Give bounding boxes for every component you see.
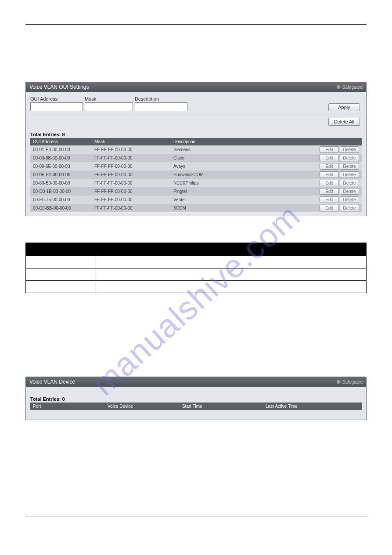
cell-oui-address: 00-60-B9-00-00-00 (30, 179, 92, 187)
delete-button[interactable]: Delete (340, 146, 359, 153)
safeguard-label: Safeguard (342, 380, 363, 385)
edit-button[interactable]: Edit (320, 188, 339, 195)
parameter-description-table (25, 243, 367, 293)
delete-button[interactable]: Delete (340, 188, 359, 195)
cell-mask: FF-FF-FF-00-00-00 (92, 170, 171, 179)
cell-description: Siemens (171, 145, 313, 154)
cell-actions: EditDelete (313, 179, 362, 187)
col-last-active-time: Last Active Time (263, 403, 362, 410)
cell-description: Cisco (171, 154, 313, 162)
cell-mask: FF-FF-FF-00-00-00 (92, 187, 171, 196)
cell-oui-address: 00-0F-E2-00-00-00 (30, 170, 92, 179)
col-start-time: Start Time (180, 403, 263, 410)
panel-title: Voice VLAN Device (29, 379, 75, 385)
cell-actions: EditDelete (313, 204, 362, 212)
table-row: 00-09-6E-00-00-00FF-FF-FF-00-00-00AvayaE… (30, 162, 362, 170)
oui-address-input[interactable] (30, 102, 83, 111)
cell-description: NEC&Philips (171, 179, 313, 187)
panel-title: Voice VLAN OUI Settings (29, 84, 89, 90)
delete-button[interactable]: Delete (340, 155, 359, 161)
total-entries-label: Total Entries: 8 (30, 132, 362, 137)
delete-button[interactable]: Delete (340, 196, 359, 203)
table-row (26, 268, 367, 281)
cell-oui-address: 00-09-6E-00-00-00 (30, 162, 92, 170)
edit-button[interactable]: Edit (320, 196, 339, 203)
cell-actions: EditDelete (313, 196, 362, 204)
cell-actions: EditDelete (313, 162, 362, 170)
table-row: 00-0F-E2-00-00-00FF-FF-FF-00-00-00Huawei… (30, 170, 362, 179)
cell-description: 3COM (171, 204, 313, 212)
cell-actions: EditDelete (313, 145, 362, 154)
delete-button[interactable]: Delete (340, 171, 359, 178)
delete-button[interactable]: Delete (340, 163, 359, 170)
cell-mask: FF-FF-FF-00-00-00 (92, 204, 171, 212)
divider (30, 115, 362, 115)
param-header (26, 243, 96, 256)
safeguard-icon (337, 380, 341, 384)
mask-label: Mask (85, 96, 133, 102)
col-mask: Mask (92, 138, 171, 145)
edit-button[interactable]: Edit (320, 146, 339, 153)
safeguard-badge: Safeguard (337, 85, 363, 90)
edit-button[interactable]: Edit (320, 155, 339, 161)
total-entries-label: Total Entries: 0 (30, 396, 362, 402)
edit-button[interactable]: Edit (320, 180, 339, 186)
cell-mask: FF-FF-FF-00-00-00 (92, 179, 171, 187)
oui-table: OUI Address Mask Description 00-01-E3-00… (30, 138, 362, 212)
col-voice-device: Voice Device (105, 403, 180, 410)
delete-button[interactable]: Delete (340, 205, 359, 211)
cell-mask: FF-FF-FF-00-00-00 (92, 162, 171, 170)
table-row: 00-E0-75-00-00-00FF-FF-FF-00-00-00Verite… (30, 196, 362, 204)
delete-button[interactable]: Delete (340, 180, 359, 186)
cell-description: Pingtel (171, 187, 313, 196)
cell-description: Huawei&3COM (171, 170, 313, 179)
edit-button[interactable]: Edit (320, 171, 339, 178)
mask-input[interactable] (85, 102, 133, 111)
cell-oui-address: 00-D0-1E-00-00-00 (30, 187, 92, 196)
cell-description: Veritel (171, 196, 313, 204)
table-row: 00-E0-BB-00-00-00FF-FF-FF-00-00-003COMEd… (30, 204, 362, 212)
table-row (26, 256, 367, 268)
description-label: Description (135, 96, 187, 102)
voice-vlan-oui-settings-panel: Voice VLAN OUI Settings Safeguard OUI Ad… (25, 82, 367, 216)
panel-titlebar: Voice VLAN OUI Settings Safeguard (26, 82, 366, 92)
cell-oui-address: 00-E0-BB-00-00-00 (30, 204, 92, 212)
table-row: 00-03-6B-00-00-00FF-FF-FF-00-00-00CiscoE… (30, 154, 362, 162)
cell-actions: EditDelete (313, 154, 362, 162)
cell-actions: EditDelete (313, 170, 362, 179)
safeguard-label: Safeguard (342, 85, 363, 90)
cell-oui-address: 00-03-6B-00-00-00 (30, 154, 92, 162)
desc-header (96, 243, 367, 256)
table-row: 00-D0-1E-00-00-00FF-FF-FF-00-00-00Pingte… (30, 187, 362, 196)
description-input[interactable] (135, 102, 187, 111)
col-port: Port (30, 403, 105, 410)
cell-mask: FF-FF-FF-00-00-00 (92, 196, 171, 204)
cell-oui-address: 00-E0-75-00-00-00 (30, 196, 92, 204)
safeguard-badge: Safeguard (337, 380, 363, 385)
table-row: 00-60-B9-00-00-00FF-FF-FF-00-00-00NEC&Ph… (30, 179, 362, 187)
voice-device-table: Port Voice Device Start Time Last Active… (30, 403, 362, 410)
apply-button[interactable]: Apply (328, 103, 360, 111)
col-description: Description (171, 138, 362, 145)
cell-mask: FF-FF-FF-00-00-00 (92, 154, 171, 162)
oui-address-label: OUI Address (30, 96, 83, 102)
edit-button[interactable]: Edit (320, 163, 339, 170)
cell-actions: EditDelete (313, 187, 362, 196)
safeguard-icon (337, 85, 341, 89)
delete-all-button[interactable]: Delete All (328, 118, 360, 126)
page-bottom-rule (25, 516, 367, 516)
cell-description: Avaya (171, 162, 313, 170)
panel-titlebar: Voice VLAN Device Safeguard (26, 377, 366, 387)
col-oui-address: OUI Address (30, 138, 92, 145)
cell-mask: FF-FF-FF-00-00-00 (92, 145, 171, 154)
voice-vlan-device-panel: Voice VLAN Device Safeguard Total Entrie… (25, 377, 367, 420)
cell-oui-address: 00-01-E3-00-00-00 (30, 145, 92, 154)
table-row (26, 281, 367, 293)
table-row: 00-01-E3-00-00-00FF-FF-FF-00-00-00Siemen… (30, 145, 362, 154)
edit-button[interactable]: Edit (320, 205, 339, 211)
